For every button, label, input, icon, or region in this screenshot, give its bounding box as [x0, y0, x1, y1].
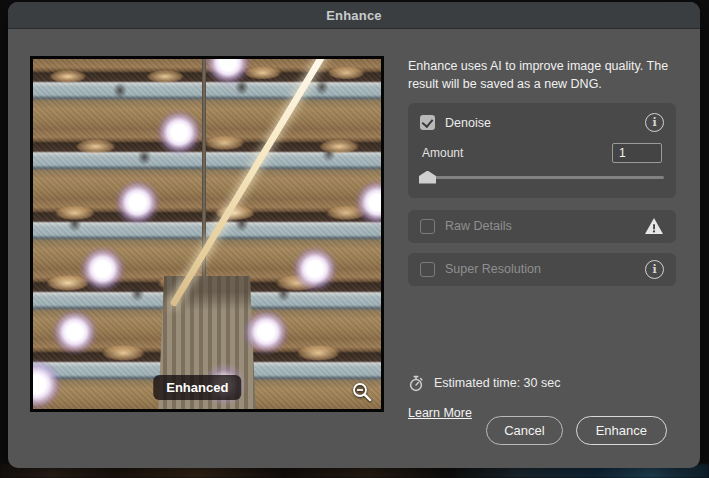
dialog-buttons: Cancel Enhance [486, 416, 667, 445]
stopwatch-icon [408, 375, 424, 392]
enhanced-badge: Enhanced [153, 375, 241, 400]
dialog-title: Enhance [326, 8, 382, 23]
dialog-titlebar: Enhance [8, 2, 700, 29]
info-icon[interactable]: i [645, 260, 664, 279]
raw-details-label: Raw Details [445, 219, 634, 233]
super-resolution-label: Super Resolution [445, 262, 635, 276]
amount-label: Amount [422, 146, 463, 160]
cancel-button[interactable]: Cancel [486, 416, 562, 445]
raw-details-checkbox[interactable] [420, 219, 435, 234]
dialog-description: Enhance uses AI to improve image quality… [408, 58, 676, 94]
denoise-label: Denoise [445, 116, 635, 130]
learn-more-link[interactable]: Learn More [408, 406, 472, 420]
raw-details-section: Raw Details [408, 210, 676, 243]
amount-input[interactable] [612, 143, 662, 163]
super-resolution-checkbox[interactable] [420, 262, 435, 277]
preview-photo-bulbs [33, 59, 381, 409]
super-resolution-section: Super Resolution i [408, 253, 676, 286]
denoise-checkbox[interactable] [420, 115, 435, 130]
denoise-section: Denoise i Amount [408, 103, 676, 198]
warning-icon[interactable] [644, 217, 664, 235]
amount-slider[interactable] [420, 170, 664, 184]
info-icon[interactable]: i [645, 113, 664, 132]
enhance-button[interactable]: Enhance [576, 416, 667, 445]
estimated-time-text: Estimated time: 30 sec [434, 376, 560, 390]
zoom-out-icon[interactable] [351, 381, 373, 403]
slider-thumb[interactable] [419, 171, 436, 184]
slider-track[interactable] [420, 176, 664, 179]
enhance-dialog: Enhance Enhanced Enhance uses AI to impr… [8, 2, 700, 468]
preview-image[interactable]: Enhanced [30, 56, 384, 412]
estimated-time-row: Estimated time: 30 sec [408, 375, 676, 392]
